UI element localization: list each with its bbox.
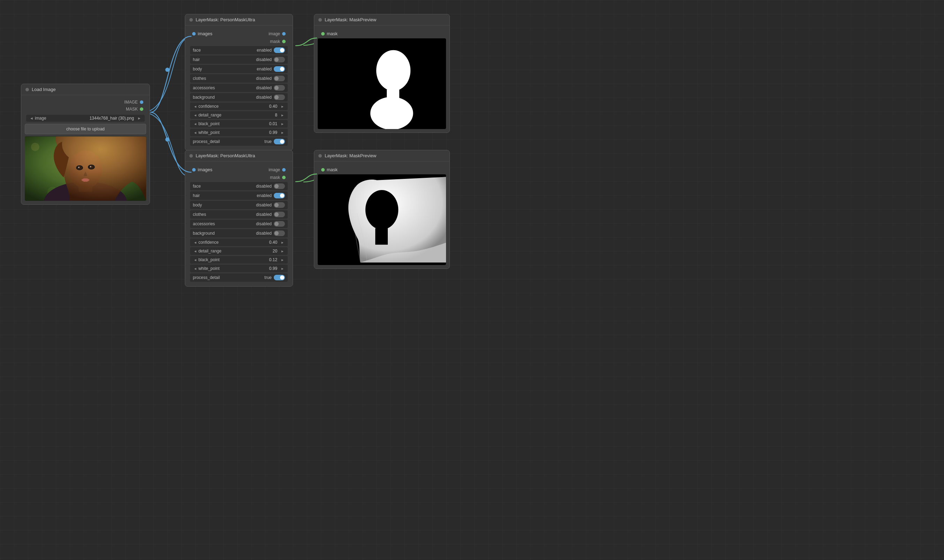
pmu2-black-point-prev[interactable]: ◄ (192, 258, 198, 262)
pmu2-accessories-value: disabled (256, 222, 272, 226)
mp2-mask-svg (318, 174, 446, 265)
mp1-body: mask (314, 25, 449, 132)
pmu1-confidence-label: confidence (198, 104, 269, 109)
mp1-mask-input: mask (318, 29, 446, 38)
pmu1-detail-range-next[interactable]: ► (279, 113, 286, 117)
svg-point-17 (376, 50, 411, 91)
pmu1-clothes-toggle[interactable] (274, 76, 285, 81)
pmu1-image-out-connector[interactable] (282, 32, 286, 35)
pmu1-background-label: background (193, 95, 256, 100)
pmu2-white-point-label: white_point (198, 266, 269, 271)
pmu1-white-point-row: ◄ white_point 0.99 ► (190, 129, 288, 136)
pmu1-background-toggle[interactable] (274, 94, 285, 100)
node-status-dot (25, 88, 29, 91)
pmu2-clothes-toggle[interactable] (274, 212, 285, 217)
pmu2-mask-out-connector[interactable] (282, 176, 286, 179)
svg-point-12 (90, 166, 91, 168)
image-next-arrow[interactable]: ► (136, 116, 143, 120)
pmu1-body-row: body enabled (190, 65, 288, 73)
pmu2-confidence-next[interactable]: ► (279, 241, 286, 245)
pmu1-face-toggle[interactable] (274, 48, 285, 53)
pmu1-header: LayerMask: PersonMaskUltra (185, 14, 292, 25)
pmu1-background-value: disabled (256, 95, 272, 100)
pmu1-accessories-row: accessories disabled (190, 84, 288, 92)
pmu2-face-toggle[interactable] (274, 183, 285, 189)
pmu2-black-point-next[interactable]: ► (279, 258, 286, 262)
pmu2-face-label: face (193, 184, 256, 189)
mask-output-row: MASK (25, 106, 146, 112)
pmu2-title: LayerMask: PersonMaskUltra (196, 153, 255, 158)
photo-preview (25, 136, 146, 201)
pmu1-outputs: image (269, 31, 286, 36)
mp1-title: LayerMask: MaskPreview (324, 17, 376, 22)
pmu2-confidence-prev[interactable]: ◄ (192, 241, 198, 245)
pmu2-white-point-prev[interactable]: ◄ (192, 267, 198, 271)
pmu1-mask-out-connector[interactable] (282, 40, 286, 43)
image-output-row: IMAGE (25, 99, 146, 106)
pmu2-input-images: images (192, 167, 212, 172)
pmu1-detail-range-prev[interactable]: ◄ (192, 113, 198, 117)
pmu1-accessories-value: disabled (256, 85, 272, 90)
pmu1-white-point-prev[interactable]: ◄ (192, 131, 198, 135)
pmu1-black-point-prev[interactable]: ◄ (192, 122, 198, 126)
pmu2-hair-value: enabled (257, 193, 272, 198)
svg-point-1 (31, 143, 39, 151)
mask-output-label: MASK (126, 107, 138, 112)
pmu2-body-toggle[interactable] (274, 202, 285, 208)
pmu2-process-detail-toggle[interactable] (274, 275, 285, 280)
pmu1-white-point-next[interactable]: ► (279, 131, 286, 135)
pmu2-image-out-connector[interactable] (282, 168, 286, 172)
pmu2-clothes-label: clothes (193, 212, 256, 217)
mp2-mask-input: mask (318, 165, 446, 174)
pmu1-body-toggle[interactable] (274, 66, 285, 72)
pmu1-process-detail-toggle[interactable] (274, 139, 285, 145)
pmu1-confidence-prev[interactable]: ◄ (192, 105, 198, 108)
pmu2-black-point-value: 0.12 (269, 257, 277, 262)
mp2-mask-preview (318, 174, 446, 265)
pmu2-body-row: body disabled (190, 201, 288, 209)
pmu1-process-detail-label: process_detail (193, 139, 264, 144)
pmu2-hair-toggle[interactable] (274, 193, 285, 198)
load-image-node: Load Image IMAGE MASK ◄ image 1344x768_h… (21, 84, 150, 205)
image-output-label: IMAGE (124, 100, 138, 105)
pmu1-black-point-next[interactable]: ► (279, 122, 286, 126)
pmu2-detail-range-next[interactable]: ► (279, 249, 286, 253)
upload-button[interactable]: choose file to upload (25, 124, 146, 134)
image-output-connector[interactable] (140, 100, 143, 104)
pmu1-body-label: body (193, 66, 257, 71)
pmu1-white-point-value: 0.99 (269, 130, 277, 135)
pmu1-accessories-toggle[interactable] (274, 85, 285, 91)
pmu1-hair-row: hair disabled (190, 55, 288, 64)
pmu1-hair-toggle[interactable] (274, 57, 285, 62)
mp2-mask-label: mask (327, 167, 338, 172)
load-image-title: Load Image (32, 87, 56, 92)
mask-preview-node-1: LayerMask: MaskPreview mask (314, 14, 450, 133)
pmu2-images-label: images (198, 167, 212, 172)
mp2-mask-connector[interactable] (321, 168, 324, 172)
pmu1-confidence-row: ◄ confidence 0.40 ► (190, 103, 288, 110)
pmu2-face-value: disabled (256, 184, 272, 189)
pmu1-images-connector[interactable] (192, 32, 196, 35)
pmu1-detail-range-label: detail_range (198, 112, 275, 117)
mask-output-connector[interactable] (140, 108, 143, 111)
pmu1-hair-value: disabled (256, 57, 272, 62)
pmu1-face-label: face (193, 48, 257, 53)
pmu2-header: LayerMask: PersonMaskUltra (185, 150, 292, 162)
pmu2-white-point-next[interactable]: ► (279, 267, 286, 271)
image-prev-arrow[interactable]: ◄ (28, 116, 35, 120)
pmu2-body: images image mask face disabled hair ena… (185, 162, 292, 286)
pmu1-status-dot (189, 18, 193, 22)
pmu2-accessories-toggle[interactable] (274, 221, 285, 227)
pmu2-body-label: body (193, 203, 256, 208)
mp1-mask-connector[interactable] (321, 32, 324, 35)
pmu1-confidence-next[interactable]: ► (279, 105, 286, 108)
pmu2-white-point-row: ◄ white_point 0.99 ► (190, 265, 288, 272)
pmu2-detail-range-label: detail_range (198, 249, 273, 254)
pmu2-background-toggle[interactable] (274, 231, 285, 236)
mp1-header: LayerMask: MaskPreview (314, 14, 449, 25)
pmu1-white-point-label: white_point (198, 130, 269, 135)
mp1-mask-preview (318, 38, 446, 129)
pmu2-images-connector[interactable] (192, 168, 196, 172)
mp1-mask-label: mask (327, 31, 338, 36)
pmu2-detail-range-prev[interactable]: ◄ (192, 249, 198, 253)
